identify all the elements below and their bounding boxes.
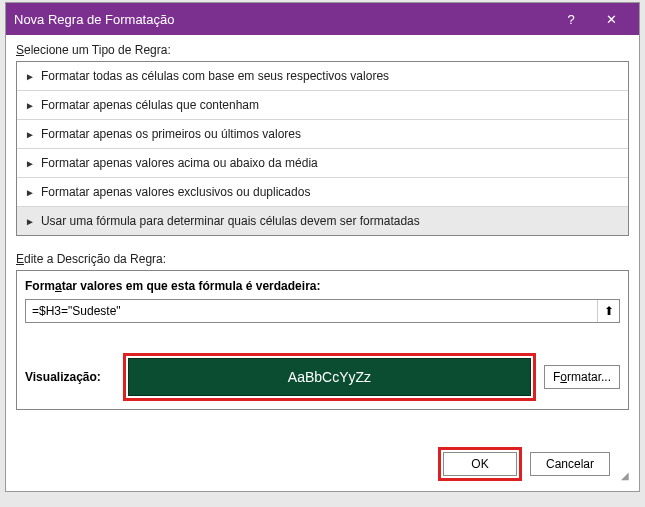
rule-type-label: Selecione um Tipo de Regra: [16,43,629,57]
arrow-icon: ► [25,158,35,169]
rule-type-item[interactable]: ► Formatar apenas valores exclusivos ou … [17,178,628,207]
arrow-icon: ► [25,187,35,198]
rule-type-item-label: Formatar apenas os primeiros ou últimos … [41,127,301,141]
preview-row: Visualização: AaBbCcYyZz Formatar... [25,353,620,401]
rule-type-item[interactable]: ► Formatar apenas valores acima ou abaix… [17,149,628,178]
resize-grip-icon[interactable]: ◢ [621,470,629,481]
formula-input[interactable] [26,300,597,322]
titlebar-buttons: ? ✕ [551,3,631,35]
ok-highlight: OK [438,447,522,481]
rule-type-item[interactable]: ► Formatar todas as células com base em … [17,62,628,91]
collapse-dialog-icon: ⬆ [604,304,614,318]
rule-type-item-label: Formatar apenas valores acima ou abaixo … [41,156,318,170]
rule-type-item-label: Formatar apenas células que contenham [41,98,259,112]
edit-section: Edite a Descrição da Regra: Formatar val… [16,252,629,410]
rule-type-item[interactable]: ► Formatar apenas os primeiros ou último… [17,120,628,149]
rule-type-item-label: Usar uma fórmula para determinar quais c… [41,214,420,228]
rule-type-item-label: Formatar apenas valores exclusivos ou du… [41,185,310,199]
format-button[interactable]: Formatar... [544,365,620,389]
rule-type-list: ► Formatar todas as células com base em … [16,61,629,236]
rule-type-item[interactable]: ► Usar uma fórmula para determinar quais… [17,207,628,235]
preview-sample: AaBbCcYyZz [128,358,531,396]
arrow-icon: ► [25,129,35,140]
dialog-body: Selecione um Tipo de Regra: ► Formatar t… [6,35,639,439]
dialog-buttons: OK Cancelar ◢ [6,439,639,491]
cancel-button[interactable]: Cancelar [530,452,610,476]
edit-box: Formatar valores em que esta fórmula é v… [16,270,629,410]
dialog-title: Nova Regra de Formatação [14,12,551,27]
titlebar: Nova Regra de Formatação ? ✕ [6,3,639,35]
formula-input-wrap: ⬆ [25,299,620,323]
range-selector-button[interactable]: ⬆ [597,300,619,322]
close-button[interactable]: ✕ [591,3,631,35]
help-button[interactable]: ? [551,3,591,35]
arrow-icon: ► [25,216,35,227]
preview-highlight: AaBbCcYyZz [123,353,536,401]
ok-button[interactable]: OK [443,452,517,476]
new-formatting-rule-dialog: Nova Regra de Formatação ? ✕ Selecione u… [5,2,640,492]
edit-description-label: Edite a Descrição da Regra: [16,252,629,266]
rule-type-item-label: Formatar todas as células com base em se… [41,69,389,83]
formula-label: Formatar valores em que esta fórmula é v… [25,279,620,293]
rule-type-item[interactable]: ► Formatar apenas células que contenham [17,91,628,120]
preview-label: Visualização: [25,370,115,384]
arrow-icon: ► [25,71,35,82]
arrow-icon: ► [25,100,35,111]
